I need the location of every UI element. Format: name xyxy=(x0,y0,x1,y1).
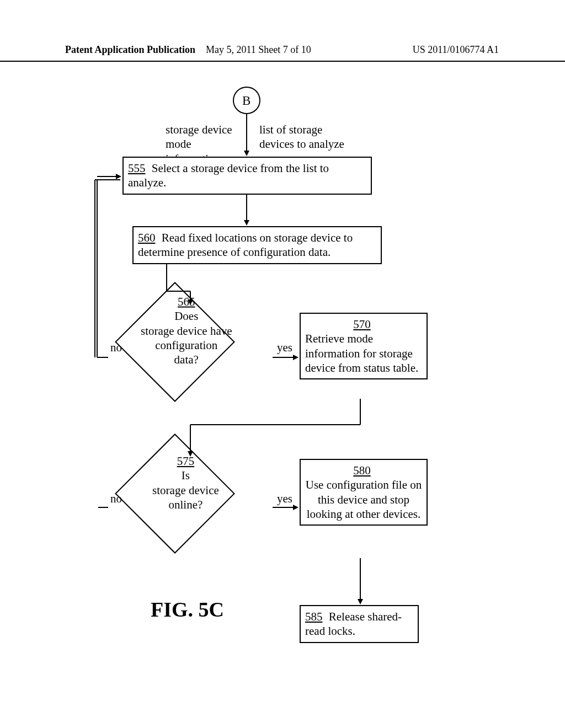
step-570: 570 Retrieve mode information for storag… xyxy=(300,313,428,379)
step-580-ref: 580 xyxy=(305,463,419,478)
step-570-text: Retrieve mode information for storage de… xyxy=(305,331,422,375)
step-560: 560 Read fixed locations on storage devi… xyxy=(132,226,382,264)
step-560-ref: 560 xyxy=(138,231,156,244)
figure-label: FIG. 5C xyxy=(151,597,224,622)
decision-565-text: Does storage device have configuration d… xyxy=(141,309,232,366)
step-585-ref: 585 xyxy=(305,610,323,623)
step-555-text: Select a storage device from the list to… xyxy=(128,162,329,189)
decision-575: 575 Is storage device online? xyxy=(115,433,235,554)
decision-565-ref: 565 xyxy=(137,295,236,309)
step-555: 555 Select a storage device from the lis… xyxy=(122,157,372,195)
label-565-no: no xyxy=(110,341,122,355)
step-570-ref: 570 xyxy=(305,317,419,331)
header-rule xyxy=(0,61,565,62)
label-565-yes: yes xyxy=(277,341,292,355)
connector-b: B xyxy=(242,93,250,109)
page: Patent Application Publication May 5, 20… xyxy=(0,0,565,728)
header-left: Patent Application Publication xyxy=(65,44,195,56)
decision-575-text: Is storage device online? xyxy=(152,469,219,511)
label-device-list: list of storage devices to analyze xyxy=(259,122,359,152)
step-580: 580 Use configuration file on this devic… xyxy=(300,459,428,526)
step-585: 585 Release shared-read locks. xyxy=(300,605,419,643)
header-right: US 2011/0106774 A1 xyxy=(413,44,499,56)
step-580-text: Use configuration file on this device an… xyxy=(305,478,422,521)
step-560-text: Read fixed locations on storage device t… xyxy=(138,231,353,259)
page-header: Patent Application Publication May 5, 20… xyxy=(0,44,565,61)
decision-575-ref: 575 xyxy=(138,454,232,468)
label-575-no: no xyxy=(110,492,122,506)
step-555-ref: 555 xyxy=(128,162,146,175)
label-575-yes: yes xyxy=(277,492,292,506)
decision-565: 565 Does storage device have configurati… xyxy=(115,282,235,402)
header-mid: May 5, 2011 Sheet 7 of 10 xyxy=(206,44,311,56)
flow-arrows xyxy=(0,0,565,728)
